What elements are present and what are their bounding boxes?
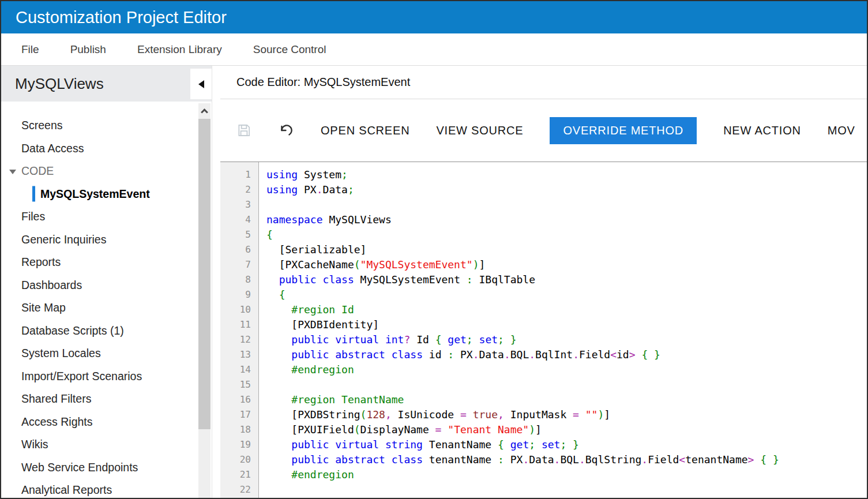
sidebar-item-label: Reports — [21, 256, 61, 269]
sidebar-item-label: Analytical Reports — [21, 483, 112, 497]
line-number: 6 — [220, 242, 251, 257]
title-bar: Customization Project Editor — [1, 1, 867, 33]
menu-item-extension-library[interactable]: Extension Library — [137, 43, 222, 56]
line-number: 17 — [220, 407, 251, 422]
code-line[interactable]: #endregion — [266, 467, 867, 482]
sidebar-item-system-locales[interactable]: System Locales — [1, 342, 197, 365]
sidebar-item-label: Import/Export Scenarios — [21, 370, 142, 383]
sidebar-item-site-map[interactable]: Site Map — [1, 297, 197, 320]
code-line[interactable]: { — [266, 227, 867, 242]
menu-item-publish[interactable]: Publish — [70, 43, 106, 56]
code-line[interactable]: [PXCacheName("MySQLSystemEvent")] — [266, 257, 867, 272]
toolbar-button-override-method[interactable]: OVERRIDE METHOD — [550, 117, 697, 144]
undo-icon — [278, 122, 294, 138]
toolbar-button-new-action[interactable]: NEW ACTION — [723, 117, 801, 144]
code-editor[interactable]: 12345678910111213141516171819202122 usin… — [220, 162, 867, 498]
sidebar-scrollbar[interactable] — [198, 103, 211, 498]
code-line[interactable]: public virtual string TenantName { get; … — [266, 437, 867, 452]
line-number: 13 — [220, 347, 251, 362]
scrollbar-thumb[interactable] — [198, 119, 211, 429]
sidebar-item-label: Wikis — [21, 438, 48, 451]
undo-button[interactable] — [278, 122, 294, 138]
menu-bar: FilePublishExtension LibrarySource Contr… — [1, 33, 867, 66]
code-line[interactable]: [PXUIField(DisplayName = "Tenant Name")] — [266, 422, 867, 437]
scroll-up-button[interactable] — [198, 103, 211, 118]
editor-title: Code Editor: MySQLSystemEvent — [236, 76, 410, 89]
editor-panel: Code Editor: MySQLSystemEvent OPEN — [220, 66, 867, 498]
line-number: 9 — [220, 287, 251, 302]
window-title: Customization Project Editor — [16, 8, 227, 27]
code-line[interactable] — [266, 377, 867, 392]
selection-indicator — [32, 186, 35, 202]
line-number: 7 — [220, 257, 251, 272]
sidebar-item-shared-filters[interactable]: Shared Filters — [1, 388, 197, 411]
line-number-gutter: 12345678910111213141516171819202122 — [220, 162, 259, 498]
sidebar-collapse-button[interactable] — [190, 69, 212, 99]
sidebar-item-analytical-reports[interactable]: Analytical Reports — [1, 479, 197, 498]
sidebar-item-reports[interactable]: Reports — [1, 251, 197, 274]
content-area: MySQLViews ScreensData AccessCODEMySQLSy… — [1, 66, 867, 498]
chevron-up-icon — [201, 108, 208, 116]
code-line[interactable]: using PX.Data; — [266, 182, 867, 197]
code-line[interactable] — [266, 197, 867, 212]
line-number: 22 — [220, 482, 251, 497]
code-line[interactable]: namespace MySQLViews — [266, 212, 867, 227]
editor-toolbar: OPEN SCREENVIEW SOURCEOVERRIDE METHODNEW… — [220, 99, 867, 162]
sidebar-item-import-export-scenarios[interactable]: Import/Export Scenarios — [1, 365, 197, 388]
line-number: 19 — [220, 437, 251, 452]
line-number: 18 — [220, 422, 251, 437]
toolbar-button-mov[interactable]: MOV — [828, 117, 855, 144]
sidebar-item-label: MySQLSystemEvent — [40, 187, 150, 201]
sidebar-item-label: Access Rights — [21, 415, 93, 429]
customization-project-editor-window: Customization Project Editor FilePublish… — [0, 0, 868, 499]
sidebar-list: ScreensData AccessCODEMySQLSystemEventFi… — [1, 102, 212, 498]
code-line[interactable]: { — [266, 287, 867, 302]
line-number: 12 — [220, 332, 251, 347]
code-line[interactable]: public class MySQLSystemEvent : IBqlTabl… — [266, 272, 867, 287]
sidebar-item-label: Web Service Endpoints — [21, 461, 138, 474]
sidebar-item-wikis[interactable]: Wikis — [1, 433, 197, 456]
sidebar-item-generic-inquiries[interactable]: Generic Inquiries — [1, 228, 197, 252]
code-line[interactable]: #endregion — [266, 362, 867, 377]
sidebar-item-label: System Locales — [21, 347, 101, 360]
code-line[interactable]: [PXDBIdentity] — [266, 317, 867, 332]
line-number: 8 — [220, 272, 251, 287]
code-line[interactable]: #region Id — [266, 302, 867, 317]
code-line[interactable]: public virtual int? Id { get; set; } — [266, 332, 867, 347]
sidebar-item-screens[interactable]: Screens — [1, 114, 197, 137]
menu-item-file[interactable]: File — [21, 43, 39, 56]
line-number: 3 — [220, 197, 251, 212]
sidebar-item-label: Screens — [21, 119, 63, 132]
sidebar-item-label: CODE — [21, 164, 54, 178]
line-number: 15 — [220, 377, 251, 392]
sidebar-item-data-access[interactable]: Data Access — [1, 137, 197, 160]
line-number: 11 — [220, 317, 251, 332]
sidebar-item-dashboards[interactable]: Dashboards — [1, 274, 197, 297]
line-number: 10 — [220, 302, 251, 317]
toolbar-button-open-screen[interactable]: OPEN SCREEN — [321, 117, 409, 144]
sidebar-item-label: Generic Inquiries — [21, 233, 106, 246]
save-button[interactable] — [236, 123, 251, 138]
sidebar-item-files[interactable]: Files — [1, 205, 197, 228]
collapse-left-icon — [198, 80, 204, 88]
menu-item-source-control[interactable]: Source Control — [253, 43, 326, 56]
line-number: 20 — [220, 452, 251, 467]
code-line[interactable] — [266, 482, 867, 497]
code-line[interactable]: public abstract class id : PX.Data.BQL.B… — [266, 347, 867, 362]
sidebar-item-code[interactable]: CODE — [1, 160, 197, 183]
sidebar-item-web-service-endpoints[interactable]: Web Service Endpoints — [1, 456, 197, 479]
sidebar-item-access-rights[interactable]: Access Rights — [1, 411, 197, 434]
chevron-down-icon — [9, 170, 16, 174]
toolbar-button-view-source[interactable]: VIEW SOURCE — [436, 117, 523, 144]
line-number: 14 — [220, 362, 251, 377]
sidebar-item-mysqlsystemevent[interactable]: MySQLSystemEvent — [1, 183, 197, 206]
sidebar-item-label: Site Map — [21, 301, 66, 314]
code-line[interactable]: [PXDBString(128, IsUnicode = true, Input… — [266, 407, 867, 422]
code-line[interactable]: [Serializable] — [266, 242, 867, 257]
code-line[interactable]: using System; — [266, 167, 867, 182]
code-lines[interactable]: using System;using PX.Data;namespace MyS… — [259, 162, 867, 498]
code-line[interactable]: #region TenantName — [266, 392, 867, 407]
code-line[interactable]: public abstract class tenantName : PX.Da… — [266, 452, 867, 467]
sidebar-item-database-scripts-1[interactable]: Database Scripts (1) — [1, 320, 197, 343]
line-number: 1 — [220, 167, 251, 182]
